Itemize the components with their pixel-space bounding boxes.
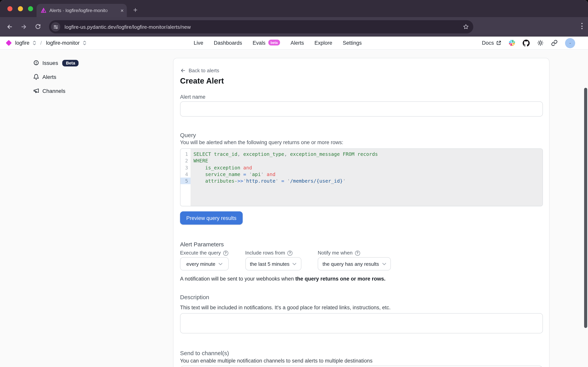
sidebar-item-issues[interactable]: Issues Beta: [33, 58, 79, 67]
slack-icon[interactable]: [509, 40, 515, 46]
zoom-window-button[interactable]: [28, 6, 33, 11]
nav-live[interactable]: Live: [194, 40, 203, 46]
breadcrumb-separator: /: [39, 40, 43, 46]
tab-strip: Alerts · logfire/logfire-monito × +: [0, 0, 588, 17]
megaphone-icon: [33, 88, 39, 94]
tab-title: Alerts · logfire/logfire-monito: [49, 8, 116, 13]
app-header: logfire / logfire-monitor Live Dashboard…: [0, 36, 588, 50]
nav-explore[interactable]: Explore: [315, 40, 332, 46]
main-nav: Live Dashboards Evalsbeta Alerts Explore…: [194, 36, 362, 50]
back-to-alerts-link[interactable]: Back to alerts: [180, 68, 542, 74]
nav-evals[interactable]: Evalsbeta: [253, 40, 280, 46]
description-heading: Description: [180, 293, 542, 301]
param-include-rows: Include rows from? the last 5 minutes: [245, 250, 301, 270]
github-icon[interactable]: [523, 39, 530, 46]
include-rows-select[interactable]: the last 5 minutes: [245, 257, 301, 270]
bell-icon: [33, 74, 39, 80]
alerts-sidebar: Issues Beta Alerts Channels: [33, 58, 79, 95]
channels-box: [180, 366, 543, 367]
org-selector-icon[interactable]: [33, 40, 36, 45]
alert-name-input[interactable]: [180, 101, 543, 117]
browser-tab[interactable]: Alerts · logfire/logfire-monito ×: [37, 4, 127, 17]
bookmark-star-icon[interactable]: [463, 24, 469, 30]
header-actions: Docs -: [482, 36, 575, 50]
browser-toolbar: logfire-us.pydantic.dev/logfire/logfire-…: [0, 17, 588, 36]
notification-note: A notification will be sent to your webh…: [180, 275, 542, 282]
docs-link[interactable]: Docs: [482, 40, 501, 46]
site-settings-icon[interactable]: [51, 22, 60, 32]
share-link-icon[interactable]: [551, 40, 558, 46]
theme-toggle-sun-icon[interactable]: [537, 40, 544, 46]
query-description: You will be alerted when the following q…: [180, 139, 542, 146]
description-input[interactable]: [180, 313, 543, 334]
external-link-icon: [496, 40, 501, 45]
forward-icon[interactable]: [17, 17, 30, 36]
chevron-down-icon: [218, 262, 222, 265]
tab-close-icon[interactable]: ×: [120, 8, 124, 13]
chevron-down-icon: [293, 262, 297, 265]
nav-alerts[interactable]: Alerts: [290, 40, 304, 46]
alert-parameters-heading: Alert Parameters: [180, 241, 542, 248]
alert-name-label: Alert name: [180, 94, 542, 100]
notify-when-select[interactable]: the query has any results: [318, 257, 391, 270]
issues-badge-icon: [33, 60, 39, 66]
org-name[interactable]: logfire: [15, 40, 30, 46]
evals-beta-badge: beta: [268, 40, 280, 45]
sidebar-item-alerts[interactable]: Alerts: [33, 73, 79, 81]
editor-code[interactable]: SELECT trace_id, exception_type, excepti…: [190, 149, 542, 206]
page-body: Issues Beta Alerts Channels Back to aler…: [0, 50, 588, 367]
help-icon[interactable]: ?: [223, 250, 228, 256]
project-name[interactable]: logfire-monitor: [46, 40, 80, 46]
create-alert-card: Back to alerts Create Alert Alert name Q…: [173, 58, 549, 367]
issues-beta-badge: Beta: [62, 60, 79, 66]
chevron-down-icon: [382, 262, 386, 265]
sidebar-item-channels[interactable]: Channels: [33, 86, 79, 95]
query-heading: Query: [180, 131, 542, 139]
url-bar[interactable]: logfire-us.pydantic.dev/logfire/logfire-…: [49, 20, 473, 33]
url-text: logfire-us.pydantic.dev/logfire/logfire-…: [65, 24, 191, 30]
execute-query-select[interactable]: every minute: [180, 257, 229, 270]
page-title: Create Alert: [180, 76, 542, 86]
description-helper: This text will be included in notificati…: [180, 304, 542, 311]
help-icon[interactable]: ?: [287, 250, 292, 256]
editor-gutter: 1 2 3 4 5: [180, 149, 190, 206]
param-notify: Notify me when? the query has any result…: [318, 250, 391, 270]
back-icon[interactable]: [3, 17, 16, 36]
close-window-button[interactable]: [7, 6, 12, 11]
new-tab-button[interactable]: +: [130, 5, 141, 16]
page-scrollbar-thumb[interactable]: [584, 88, 587, 328]
help-icon[interactable]: ?: [355, 250, 360, 256]
browser-menu-icon[interactable]: [581, 23, 583, 29]
tab-favicon-logfire-icon: [41, 7, 47, 14]
user-avatar[interactable]: -: [565, 38, 575, 48]
nav-settings[interactable]: Settings: [343, 40, 362, 46]
preview-query-button[interactable]: Preview query results: [180, 211, 243, 225]
alert-parameters-row: Execute the query? every minute Include …: [180, 250, 542, 270]
nav-dashboards[interactable]: Dashboards: [214, 40, 242, 46]
project-selector-icon[interactable]: [83, 40, 86, 45]
minimize-window-button[interactable]: [18, 6, 23, 11]
traffic-lights: [7, 6, 33, 11]
channels-helper: You can enable multiple notification cha…: [180, 358, 542, 364]
browser-window: Alerts · logfire/logfire-monito × + logf…: [0, 0, 588, 367]
logfire-logo-icon: [6, 40, 12, 46]
param-execute: Execute the query? every minute: [180, 250, 229, 270]
viewport: Alerts · logfire/logfire-monito × + logf…: [0, 0, 588, 367]
sql-editor[interactable]: 1 2 3 4 5 SELECT trace_id, exception_typ…: [180, 149, 543, 206]
breadcrumb: logfire / logfire-monitor: [7, 40, 86, 46]
arrow-left-icon: [180, 68, 186, 74]
reload-icon[interactable]: [31, 17, 44, 36]
channels-heading: Send to channel(s): [180, 349, 542, 357]
